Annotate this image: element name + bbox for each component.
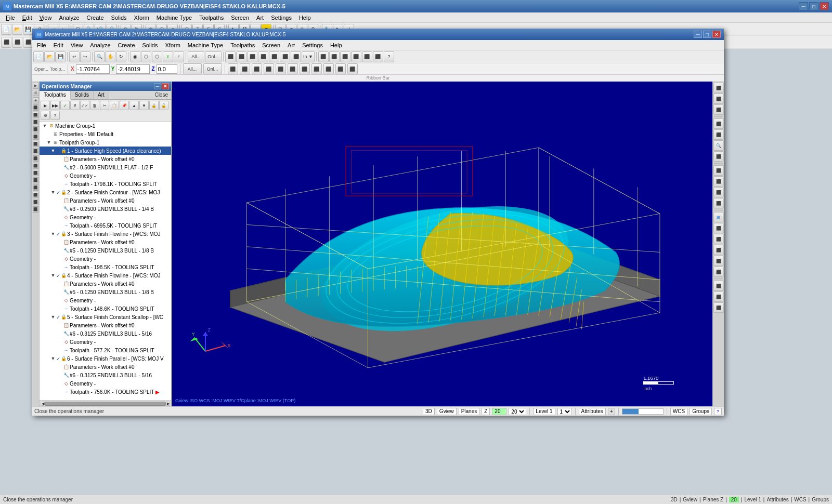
left-icon-2[interactable]: ⊞ [33,90,39,96]
inner-menu-settings[interactable]: Settings [298,42,327,49]
ops-tb-check[interactable]: ✓ [60,101,70,110]
hscroll-thumb[interactable] [45,402,166,406]
i-tb-btn-n[interactable]: ? [384,51,394,62]
tree-op6-geom[interactable]: ◇ Geometry - [40,379,171,388]
status-z-select[interactable]: 20 [509,408,526,415]
i-tb-shade[interactable]: ◉ [130,51,140,62]
tree-op1[interactable]: ▼ ✓ 🔒 1 - Surface High Speed (Area clear… [40,147,171,155]
inner-menu-view[interactable]: View [67,42,87,49]
ops-tb-lock[interactable]: 🔒 [149,101,159,110]
tree-op5-geom[interactable]: ◇ Geometry - [40,338,171,346]
tree-properties[interactable]: ⊞ Properties - Mill Default [40,130,171,138]
inner-menu-edit[interactable]: Edit [50,42,67,49]
rt-btn-19[interactable]: ⬛ [713,291,724,302]
inner-maximize-button[interactable]: □ [703,31,711,38]
rt-btn-20[interactable]: ⬛ [713,302,724,313]
tree-op4-params[interactable]: 📋 Parameters - Work offset #0 [40,280,171,288]
coord-btn-k[interactable]: ⬛ [347,63,358,74]
menu-analyze[interactable]: Analyze [55,14,83,21]
status-plus-btn[interactable]: + [608,408,615,415]
i-tb-btn-b[interactable]: ⬛ [236,51,246,62]
status-groups[interactable]: Groups [690,408,712,415]
tree-op1-toolpath[interactable]: → Toolpath - 1798.1K - TOOLING SPLIT [40,180,171,188]
i-tb-save[interactable]: 💾 [55,51,66,62]
inner-menu-art[interactable]: Art [284,42,298,49]
menu-help[interactable]: Help [295,14,315,21]
rt-btn-11[interactable]: ⬛ [713,198,724,208]
inner-menu-machine-type[interactable]: Machine Type [184,42,227,49]
left-icon-16[interactable]: ⬛ [33,192,39,198]
i-tb-btn-k[interactable]: ⬛ [351,51,361,62]
hscroll-left-btn[interactable]: ◀ [41,402,45,406]
expand-op4[interactable]: ▼ [50,273,56,278]
i-tb-dropdown[interactable]: In ▼ [302,51,315,62]
i-tb-btn-f[interactable]: ⬛ [280,51,290,62]
tree-op6-toolpath[interactable]: → Toolpath - 756.0K - TOOLING SPLIT ▶ [40,388,171,396]
rt-btn-2[interactable]: ⬛ [713,94,724,104]
left-icon-17[interactable]: ⬛ [33,199,39,205]
inner-menu-help[interactable]: Help [327,42,346,49]
rt-btn-14[interactable]: ⬛ [713,234,724,244]
tb-new[interactable]: 📄 [1,24,11,35]
3d-viewport[interactable]: X Y Z [172,82,712,406]
ops-tb-cut[interactable]: ✂ [100,101,109,110]
rt-btn-7[interactable]: ⬛ [713,151,724,162]
menu-art[interactable]: Art [253,14,267,21]
left-icon-6[interactable]: ⬛ [33,119,39,125]
inner-menu-file[interactable]: File [33,42,50,49]
menu-toolpaths[interactable]: Toolpaths [196,14,227,21]
coord-btn-d[interactable]: ⬛ [264,63,274,74]
ops-tb-copy[interactable]: 📋 [110,101,119,110]
ops-tb-regen-all[interactable]: ▶▶ [50,101,60,110]
menu-settings[interactable]: Settings [267,14,295,21]
coord-btn-a[interactable]: ⬛ [228,63,238,74]
rt-btn-9[interactable]: ⬛ [713,176,724,187]
tb2-3[interactable]: ⬛ [23,37,33,48]
left-icon-8[interactable]: ⬛ [33,134,39,140]
left-icon-13[interactable]: ⬛ [33,170,39,176]
rt-btn-17[interactable]: ⬛ [713,267,724,277]
tree-op1-geom[interactable]: ◇ Geometry - [40,171,171,180]
tree-toolpath-group[interactable]: ▼ ⊞ Toolpath Group-1 [40,138,171,147]
expand-op2[interactable]: ▼ [50,190,56,195]
rt-btn-13[interactable]: ⬛ [713,223,724,233]
tree-op5[interactable]: ▼ ✓ 🔒 5 - Surface Finish Constant Scallo… [40,313,171,321]
left-icon-7[interactable]: ⬛ [33,126,39,132]
coord-btn-c[interactable]: ⬛ [252,63,262,74]
tree-op3-toolpath[interactable]: → Toolpath - 198.5K - TOOLING SPLIT [40,263,171,271]
tree-op5-tool[interactable]: 🔧 #6 - 0.3125 ENDMILL3 BULL - 5/16 [40,329,171,338]
expand-toolpath-group[interactable]: ▼ [46,140,52,145]
tree-op6-tool[interactable]: 🔧 #6 - 0.3125 ENDMILL3 BULL - 5/16 [40,371,171,379]
tree-op2-tool[interactable]: 🔧 #3 - 0.2500 ENDMILL3 BULL - 1/4 B [40,205,171,213]
tree-op4-tool[interactable]: 🔧 #5 - 0.1250 ENDMILL3 BULL - 1/8 B [40,288,171,296]
ops-horizontal-scrollbar[interactable]: ◀ ▶ [40,400,171,406]
ops-tb-unlock[interactable]: 🔓 [159,101,168,110]
i-tb-btn-g[interactable]: ⬛ [291,51,301,62]
ops-tb-sim[interactable]: ⚙ [41,111,50,120]
tree-op3-geom[interactable]: ◇ Geometry - [40,255,171,263]
left-icon-11[interactable]: ⬛ [33,155,39,162]
tb2-1[interactable]: ⬛ [1,37,11,48]
ops-tb-uncheck[interactable]: ✗ [70,101,80,110]
rt-btn-4[interactable]: ⬛ [713,118,724,129]
coord-btn-h[interactable]: ⬛ [311,63,322,74]
expand-op3[interactable]: ▼ [50,231,56,236]
left-icon-14[interactable]: ⬛ [33,177,39,183]
i-tb-undo[interactable]: ↩ [69,51,80,62]
menu-machine-type[interactable]: Machine Type [153,14,196,21]
i-tb-new[interactable]: 📄 [33,51,44,62]
tree-op5-toolpath[interactable]: → Toolpath - 577.2K - TOOLING SPLIT [40,346,171,354]
status-attributes[interactable]: Attributes [579,408,606,415]
coord-btn-g[interactable]: ⬛ [300,63,310,74]
expand-machine-group[interactable]: ▼ [42,123,48,128]
status-level-select[interactable]: 1 [557,408,572,415]
i-tb-sel-only[interactable]: Onl... [205,51,222,62]
i-tb-btn-l[interactable]: ⬛ [362,51,372,62]
tree-op6-params[interactable]: 📋 Parameters - Work offset #0 [40,363,171,371]
left-icon-5[interactable]: ⬛ [33,112,39,118]
coord-btn-i[interactable]: ⬛ [323,63,334,74]
status-help[interactable]: ? [714,408,722,415]
coord-btn-only[interactable]: Onl... [203,63,222,74]
menu-view[interactable]: View [36,14,56,21]
rt-btn-8[interactable]: ⬛ [713,165,724,176]
